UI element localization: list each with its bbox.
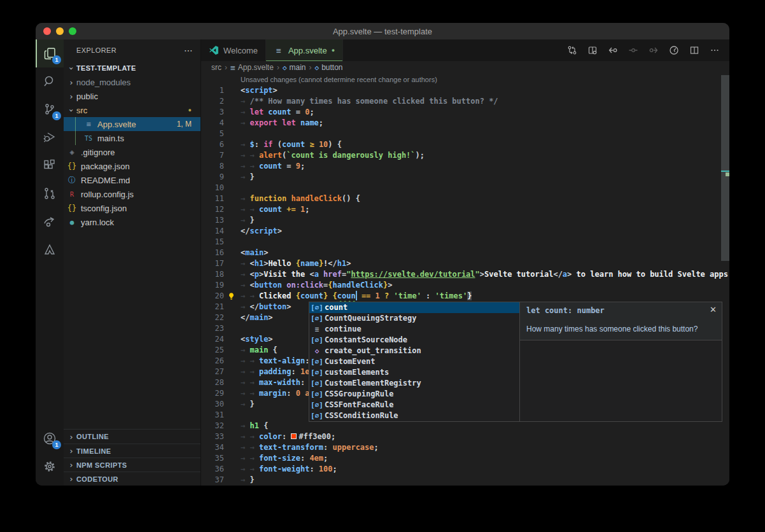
code-line-3[interactable]: 3→ let count = 0; <box>201 107 729 118</box>
line-number[interactable]: 13 <box>201 215 224 226</box>
code-line-20[interactable]: 20→ → Clicked {count} {coun == 1 ? 'time… <box>201 291 729 302</box>
code-line-9[interactable]: 9→ } <box>201 172 729 183</box>
line-number[interactable]: 24 <box>201 334 224 345</box>
line-number[interactable]: 26 <box>201 356 224 367</box>
code-line-17[interactable]: 17→ <h1>Hello {name}!</h1> <box>201 258 729 269</box>
tree-item-public[interactable]: ›public <box>64 89 200 103</box>
tree-root-test-template[interactable]: › TEST-TEMPLATE <box>64 61 200 75</box>
tree-item-tsconfig-json[interactable]: {}tsconfig.json <box>64 201 200 215</box>
suggest-item-customelements[interactable]: [∅]customElements <box>309 367 519 378</box>
line-number[interactable]: 31 <box>201 410 224 421</box>
next-change-button[interactable] <box>645 42 662 59</box>
line-number[interactable]: 27 <box>201 367 224 377</box>
line-number[interactable]: 3 <box>201 107 224 118</box>
line-number[interactable]: 15 <box>201 237 224 248</box>
sidebar-section-codetour[interactable]: ›CODETOUR <box>64 472 200 486</box>
codelens-unsaved-changes[interactable]: Unsaved changes (cannot determine recent… <box>201 74 729 85</box>
line-number[interactable]: 20 <box>201 291 224 302</box>
suggest-item-customevent[interactable]: [∅]CustomEvent <box>309 356 519 367</box>
code-line-32[interactable]: 32→ h1 { <box>201 421 729 431</box>
line-number[interactable]: 37 <box>201 475 224 486</box>
editor-scrollbar[interactable] <box>721 75 729 261</box>
code-line-11[interactable]: 11→ function handleClick() { <box>201 193 729 204</box>
code-line-10[interactable]: 10 <box>201 183 729 193</box>
sidebar-section-npm-scripts[interactable]: ›NPM SCRIPTS <box>64 458 200 472</box>
breadcrumb-button[interactable]: ◇button <box>315 63 343 72</box>
line-number[interactable]: 25 <box>201 345 224 356</box>
code-line-2[interactable]: 2→ /** How many times has someone clicke… <box>201 96 729 107</box>
split-editor-button[interactable] <box>686 42 703 59</box>
line-number[interactable]: 5 <box>201 129 224 139</box>
line-number[interactable]: 34 <box>201 442 224 453</box>
line-number[interactable]: 8 <box>201 161 224 172</box>
code-line-13[interactable]: 13→ } <box>201 215 729 226</box>
code-editor[interactable]: Unsaved changes (cannot determine recent… <box>201 74 729 486</box>
line-number[interactable]: 18 <box>201 269 224 280</box>
code-line-37[interactable]: 37→ } <box>201 475 729 486</box>
suggest-item-countqueuingstrategy[interactable]: [∅]CountQueuingStrategy <box>309 313 519 324</box>
suggest-item-create_out_transition[interactable]: ◇create_out_transition <box>309 346 519 356</box>
account-button[interactable]: 1 <box>36 424 64 452</box>
suggest-item-cssfontfacerule[interactable]: [∅]CSSFontFaceRule <box>309 400 519 410</box>
lightbulb-icon[interactable] <box>227 292 235 300</box>
code-line-18[interactable]: 18→ <p>Visit the <a href="https://svelte… <box>201 269 729 280</box>
toggle-file-blame-button[interactable] <box>564 42 580 59</box>
tab-app-svelte[interactable]: ≡ App.svelte ● <box>266 39 343 61</box>
line-number[interactable]: 14 <box>201 226 224 237</box>
line-number[interactable]: 28 <box>201 377 224 388</box>
line-number[interactable]: 36 <box>201 464 224 475</box>
line-number[interactable]: 17 <box>201 258 224 269</box>
activity-extensions[interactable] <box>36 151 64 179</box>
line-number[interactable]: 6 <box>201 139 224 150</box>
suggest-item-continue[interactable]: ≡continue <box>309 324 519 335</box>
activity-azure[interactable] <box>36 235 64 263</box>
activity-live-share[interactable] <box>36 207 64 235</box>
suggest-item-constantsourcenode[interactable]: [∅]ConstantSourceNode <box>309 335 519 346</box>
suggest-item-cssconditionrule[interactable]: [∅]CSSConditionRule <box>309 410 519 421</box>
tab-welcome[interactable]: Welcome <box>201 39 266 61</box>
line-number[interactable]: 22 <box>201 312 224 323</box>
code-line-8[interactable]: 8→ → count = 9; <box>201 161 729 172</box>
tree-item-readme-md[interactable]: ⓘREADME.md <box>64 173 200 187</box>
tree-item-main-ts[interactable]: TSmain.ts <box>64 131 200 145</box>
current-change-button[interactable] <box>625 42 642 59</box>
activity-search[interactable] <box>36 67 64 95</box>
more-actions-button[interactable] <box>706 42 723 59</box>
code-line-19[interactable]: 19→ <button on:click={handleClick}> <box>201 280 729 291</box>
code-line-33[interactable]: 33→ → color: #ff3e00; <box>201 431 729 442</box>
breadcrumb-main[interactable]: ◇main <box>283 63 306 72</box>
tree-item-package-json[interactable]: {}package.json <box>64 159 200 173</box>
tree-item--gitignore[interactable]: ◈.gitignore <box>64 145 200 159</box>
open-changes-editor-button[interactable] <box>584 42 601 59</box>
code-line-14[interactable]: 14</script> <box>201 226 729 237</box>
line-number[interactable]: 16 <box>201 248 224 258</box>
breadcrumb-src[interactable]: src <box>211 63 221 72</box>
line-number[interactable]: 4 <box>201 118 224 129</box>
code-line-16[interactable]: 16<main> <box>201 248 729 258</box>
file-history-button[interactable] <box>666 42 682 59</box>
line-number[interactable]: 32 <box>201 421 224 431</box>
code-line-7[interactable]: 7→ → alert(`count is dangerously high!`)… <box>201 150 729 161</box>
code-line-6[interactable]: 6→ $: if (count ≥ 10) { <box>201 139 729 150</box>
line-number[interactable]: 33 <box>201 431 224 442</box>
line-number[interactable]: 23 <box>201 323 224 334</box>
tree-item-app-svelte[interactable]: ≡App.svelte1, M <box>64 117 200 131</box>
activity-run-debug[interactable] <box>36 123 64 151</box>
modified-dot-icon[interactable]: ● <box>332 47 335 53</box>
settings-button[interactable] <box>36 452 64 480</box>
breadcrumb-app-svelte[interactable]: ≡App.svelte <box>230 63 274 73</box>
line-number[interactable]: 12 <box>201 204 224 215</box>
activity-github-pull-requests[interactable] <box>36 179 64 207</box>
line-number[interactable]: 9 <box>201 172 224 183</box>
suggest-item-customelementregistry[interactable]: [∅]CustomElementRegistry <box>309 378 519 389</box>
code-line-34[interactable]: 34→ → text-transform: uppercase; <box>201 442 729 453</box>
line-number[interactable]: 29 <box>201 388 224 399</box>
suggest-item-count[interactable]: [∅]count <box>309 302 519 313</box>
code-line-36[interactable]: 36→ → font-weight: 100; <box>201 464 729 475</box>
line-number[interactable]: 35 <box>201 453 224 464</box>
code-line-4[interactable]: 4→ export let name; <box>201 118 729 129</box>
line-number[interactable]: 7 <box>201 150 224 161</box>
activity-explorer[interactable]: 1 <box>36 39 64 67</box>
previous-change-button[interactable] <box>605 42 621 59</box>
line-number[interactable]: 10 <box>201 183 224 193</box>
